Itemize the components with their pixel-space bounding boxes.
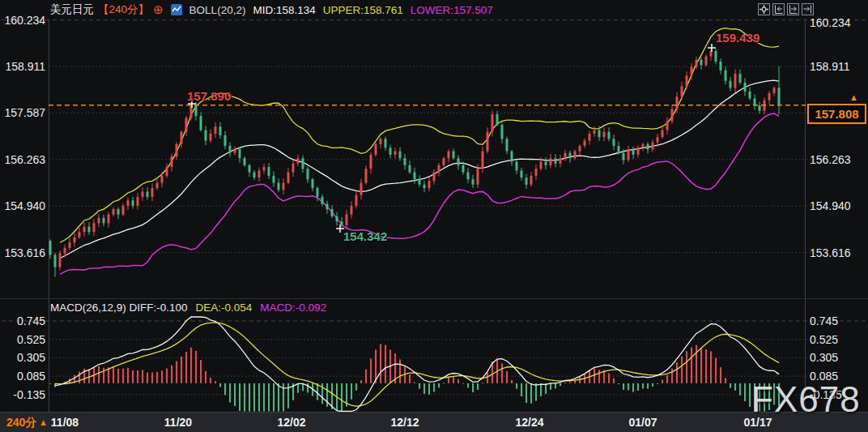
indicator-chart-icon[interactable] (171, 4, 182, 15)
chart-canvas[interactable] (0, 0, 868, 432)
crosshair-icon[interactable] (758, 3, 770, 15)
macd-axis-label-left: -0.135 (0, 387, 45, 402)
price-axis-label-left: 160.234 (0, 13, 45, 28)
boll-label: BOLL(20,2) (189, 4, 246, 16)
boll-mid-value: MID:158.134 (253, 4, 315, 16)
price-axis-label-left: 154.940 (0, 199, 45, 213)
macd-axis-label-right: 0.305 (810, 350, 866, 365)
symbol-name: 美元日元 (50, 2, 94, 17)
price-axis-label-left: 153.616 (0, 246, 45, 260)
chart-window: 美元日元 【240分】 ⊕ BOLL(20,2) MID:158.134 UPP… (0, 0, 868, 432)
macd-axis-label-left: 0.525 (0, 332, 45, 347)
macd-histogram (49, 344, 780, 411)
timeframe-selector[interactable]: 240分 (6, 413, 36, 432)
pan-to-latest-icon[interactable] (802, 3, 814, 15)
price-extreme-annotation: 159.439 (716, 31, 760, 45)
macd-axis-label-left: 0.085 (0, 369, 45, 383)
date-tick-label: 11/08 (40, 413, 89, 432)
price-extreme-annotation: 154.342 (343, 229, 387, 243)
date-tick-label: 12/02 (267, 413, 316, 432)
date-tick-label: 12/24 (505, 413, 554, 432)
macd-axis-label-right: 0.525 (810, 332, 866, 347)
time-axis-bar: 240分 ▲ 11/0811/2012/0212/1212/2401/0701/… (0, 412, 868, 432)
circle-plus-icon[interactable]: ⊕ (153, 2, 164, 17)
boll-lower-value: LOWER:157.507 (411, 4, 493, 16)
date-tick-label: 12/12 (381, 413, 429, 432)
price-axis-label-left: 156.263 (0, 152, 45, 167)
price-marker-triangle[interactable]: ▲ (849, 92, 858, 102)
price-axis-label-right: 158.911 (810, 59, 866, 74)
macd-dea-line (55, 323, 779, 406)
price-axis-label-right: 154.940 (810, 199, 866, 213)
period-label[interactable]: 【240分】 (98, 2, 149, 17)
bollinger-lower-line (60, 113, 779, 274)
macd-axis-label-right: 0.745 (810, 314, 866, 328)
macd-header: MACD(26,12,9) DIFF:-0.100 DEA:-0.054 MAC… (50, 302, 326, 314)
price-axis-label-right: 156.263 (810, 152, 866, 167)
chart-header: 美元日元 【240分】 ⊕ BOLL(20,2) MID:158.134 UPP… (50, 2, 493, 17)
boll-upper-value: UPPER:158.761 (323, 4, 403, 16)
price-axis-label-left: 157.587 (0, 105, 45, 120)
macd-diff-line (55, 317, 779, 412)
watermark: FX678 (751, 379, 861, 420)
date-tick-label: 11/20 (154, 413, 202, 432)
price-axis-label-right: 160.234 (810, 15, 866, 30)
macd-axis-label-left: 0.745 (0, 314, 45, 328)
shift-axis-right-icon[interactable] (787, 3, 799, 15)
price-axis-label-left: 158.911 (0, 59, 45, 74)
bollinger-upper-line (60, 28, 779, 243)
shift-axis-left-icon[interactable] (772, 3, 785, 15)
price-extreme-annotation: 157.890 (187, 89, 231, 103)
extreme-cross-marker (708, 44, 716, 52)
last-price-tag: 157.808 (807, 104, 866, 124)
macd-axis-label-left: 0.305 (0, 350, 45, 365)
macd-macd-value: MACD:-0.092 (260, 302, 326, 314)
macd-dea-value: DEA:-0.054 (196, 302, 253, 314)
chart-toolbar (758, 3, 814, 15)
macd-params-diff: MACD(26,12,9) DIFF:-0.100 (50, 302, 188, 314)
price-axis-label-right: 153.616 (810, 246, 866, 260)
date-tick-label: 01/07 (619, 413, 667, 432)
